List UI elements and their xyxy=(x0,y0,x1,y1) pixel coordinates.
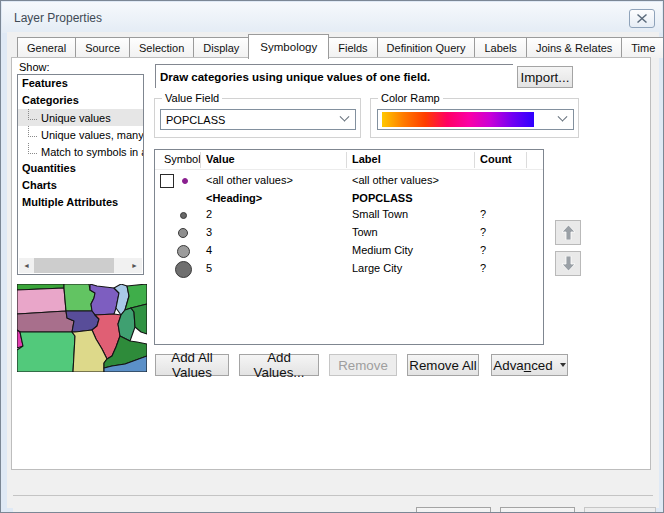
color-ramp-group-label: Color Ramp xyxy=(378,92,443,104)
value-field-group-label: Value Field xyxy=(162,92,222,104)
map-state-ne xyxy=(17,311,74,332)
remove-button: Remove xyxy=(329,354,397,376)
tree-item-match-to-symbols-in-a[interactable]: Match to symbols in a xyxy=(18,143,143,160)
show-label: Show: xyxy=(19,61,50,73)
symbology-tab-page: Show: FeaturesCategoriesUnique valuesUni… xyxy=(11,57,651,470)
tab-general[interactable]: General xyxy=(17,37,76,58)
tab-selection[interactable]: Selection xyxy=(129,37,194,58)
map-preview-thumbnail xyxy=(17,284,147,372)
cell-value[interactable]: 5 xyxy=(206,262,212,274)
tree-item-features[interactable]: Features xyxy=(18,75,143,92)
cell-value[interactable]: 4 xyxy=(206,244,212,256)
color-ramp-swatch xyxy=(382,112,534,127)
symbol-dot-icon[interactable] xyxy=(180,212,187,219)
scrollbar-thumb[interactable] xyxy=(34,258,114,273)
col-value[interactable]: Value xyxy=(206,153,235,165)
tab-source[interactable]: Source xyxy=(75,37,130,58)
cell-label[interactable]: Town xyxy=(352,226,378,238)
title-bar[interactable]: Layer Properties xyxy=(2,2,662,33)
cell-count[interactable]: ? xyxy=(480,208,486,220)
tab-joins-relates[interactable]: Joins & Relates xyxy=(526,37,622,58)
close-icon xyxy=(637,14,647,23)
cell-count[interactable]: ? xyxy=(480,262,486,274)
advanced-button[interactable]: Advanced xyxy=(491,354,568,376)
tab-definition-query[interactable]: Definition Query xyxy=(377,37,476,58)
tree-item-categories[interactable]: Categories xyxy=(18,92,143,109)
symbol-dot-icon[interactable] xyxy=(178,228,188,238)
description-text: Draw categories using unique values of o… xyxy=(160,71,430,83)
col-symbol[interactable]: Symbol xyxy=(164,153,201,165)
scroll-left-icon[interactable]: ◄ xyxy=(19,258,34,273)
method-description: Draw categories using unique values of o… xyxy=(155,64,513,88)
cell-value[interactable]: <Heading> xyxy=(206,192,262,204)
table-row[interactable]: 5Large City? xyxy=(155,260,543,278)
cell-label[interactable]: <all other values> xyxy=(352,174,439,186)
add-values-button[interactable]: Add Values... xyxy=(239,354,319,376)
tab-symbology[interactable]: Symbology xyxy=(248,34,329,59)
col-count[interactable]: Count xyxy=(480,153,512,165)
cell-label[interactable]: Large City xyxy=(352,262,402,274)
symbol-dot-icon[interactable] xyxy=(175,261,192,278)
chevron-down-icon xyxy=(333,110,355,129)
symbol-dot-icon xyxy=(182,178,188,184)
cancel-button[interactable]: Cancel xyxy=(500,507,575,513)
tree-horizontal-scrollbar[interactable]: ◄ ► xyxy=(19,258,142,273)
add-all-values-button[interactable]: Add All Values xyxy=(155,354,229,376)
chevron-down-icon xyxy=(551,110,573,129)
move-down-button[interactable] xyxy=(555,251,581,276)
import-button[interactable]: Import... xyxy=(517,66,573,88)
dialog-footer: OK Cancel Apply xyxy=(13,495,653,513)
cell-count[interactable]: ? xyxy=(480,244,486,256)
map-state-sd xyxy=(17,288,66,314)
caret-down-icon xyxy=(560,363,566,367)
table-row[interactable]: 3Town? xyxy=(155,224,543,242)
cell-value[interactable]: <all other values> xyxy=(206,174,293,186)
cell-value[interactable]: 3 xyxy=(206,226,212,238)
cell-label[interactable]: Small Town xyxy=(352,208,408,220)
tab-display[interactable]: Display xyxy=(193,37,249,58)
tree-elbow-icon xyxy=(28,126,37,137)
table-row[interactable]: 4Medium City? xyxy=(155,242,543,260)
arrow-up-icon xyxy=(562,225,575,240)
table-row[interactable]: <all other values><all other values> xyxy=(155,172,543,190)
move-up-button[interactable] xyxy=(555,220,581,245)
unique-values-table: Symbol Value Label Count <all other valu… xyxy=(154,149,544,345)
cell-value[interactable]: 2 xyxy=(206,208,212,220)
scroll-right-icon[interactable]: ► xyxy=(127,258,142,273)
color-ramp-dropdown[interactable] xyxy=(377,109,574,130)
window-title: Layer Properties xyxy=(14,11,102,25)
all-other-values-checkbox[interactable] xyxy=(160,174,174,188)
ok-button[interactable]: OK xyxy=(416,507,491,513)
tree-item-unique-values[interactable]: Unique values xyxy=(18,109,143,126)
tab-labels[interactable]: Labels xyxy=(474,37,526,58)
tree-item-charts[interactable]: Charts xyxy=(18,177,143,194)
tab-time[interactable]: Time xyxy=(621,37,664,58)
cell-label[interactable]: POPCLASS xyxy=(352,192,413,204)
table-header: Symbol Value Label Count xyxy=(155,150,543,170)
tree-item-quantities[interactable]: Quantities xyxy=(18,160,143,177)
value-field-selected: POPCLASS xyxy=(161,114,333,126)
dialog-content: GeneralSourceSelectionDisplaySymbologyFi… xyxy=(7,32,659,508)
symbol-dot-icon[interactable] xyxy=(177,245,190,258)
arrow-down-icon xyxy=(562,256,575,271)
show-tree-listbox: FeaturesCategoriesUnique valuesUnique va… xyxy=(17,74,144,275)
apply-button: Apply xyxy=(584,507,656,513)
layer-properties-dialog: Layer Properties GeneralSourceSelectionD… xyxy=(0,0,664,513)
cell-count[interactable]: ? xyxy=(480,226,486,238)
tab-fields[interactable]: Fields xyxy=(328,37,377,58)
tree-elbow-icon xyxy=(28,143,37,154)
cell-label[interactable]: Medium City xyxy=(352,244,413,256)
remove-all-button[interactable]: Remove All xyxy=(407,354,479,376)
close-button[interactable] xyxy=(629,9,655,28)
advanced-label: Advanced xyxy=(493,358,552,373)
tree-item-multiple-attributes[interactable]: Multiple Attributes xyxy=(18,194,143,211)
value-field-dropdown[interactable]: POPCLASS xyxy=(160,109,356,130)
map-state-ks xyxy=(17,332,75,372)
tab-bar: GeneralSourceSelectionDisplaySymbologyFi… xyxy=(17,34,655,58)
table-row[interactable]: 2Small Town? xyxy=(155,206,543,224)
tree-item-unique-values-many[interactable]: Unique values, many xyxy=(18,126,143,143)
tree-elbow-icon xyxy=(28,109,37,120)
show-tree-items: FeaturesCategoriesUnique valuesUnique va… xyxy=(18,75,143,211)
col-label[interactable]: Label xyxy=(352,153,381,165)
